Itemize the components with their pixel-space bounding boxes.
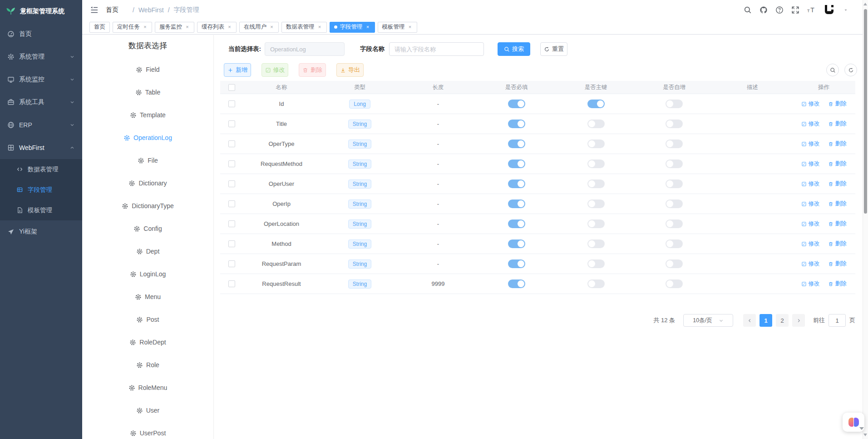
row-checkbox[interactable]	[228, 240, 235, 247]
page-button-1[interactable]: 1	[760, 314, 772, 327]
row-checkbox[interactable]	[228, 160, 235, 167]
auto-increment-switch[interactable]	[666, 180, 683, 188]
tab-6[interactable]: 字段管理×	[330, 22, 375, 33]
chevron-down-icon[interactable]	[843, 8, 848, 12]
row-edit-button[interactable]: 修改	[801, 200, 820, 208]
close-icon[interactable]: ×	[185, 25, 190, 30]
row-checkbox[interactable]	[228, 200, 235, 207]
search-icon[interactable]	[744, 6, 752, 14]
tree-item-file[interactable]: File	[82, 149, 213, 172]
reset-button[interactable]: 重置	[540, 42, 567, 56]
tree-item-userpost[interactable]: UserPost	[82, 422, 213, 439]
auto-increment-switch[interactable]	[666, 200, 683, 208]
page-button-2[interactable]: 2	[776, 314, 789, 327]
required-switch[interactable]	[508, 140, 525, 148]
row-delete-button[interactable]: 删除	[828, 240, 847, 248]
table-search-button[interactable]	[826, 64, 839, 76]
primary-key-switch[interactable]	[587, 180, 605, 188]
prev-page-button[interactable]	[743, 314, 756, 327]
page-size-select[interactable]: 10条/页	[683, 314, 733, 327]
scroll-down-arrow[interactable]	[863, 434, 867, 436]
row-delete-button[interactable]: 删除	[828, 180, 847, 188]
primary-key-switch[interactable]	[587, 239, 605, 248]
sidebar-item-field-management[interactable]: 字段管理	[0, 180, 82, 200]
tree-item-dictionarytype[interactable]: DictionaryType	[82, 195, 213, 217]
auto-increment-switch[interactable]	[666, 279, 683, 288]
auto-increment-switch[interactable]	[666, 239, 683, 248]
close-icon[interactable]: ×	[408, 25, 413, 30]
auto-increment-switch[interactable]	[666, 140, 683, 148]
sidebar-item-erp[interactable]: ERP	[0, 114, 82, 136]
required-switch[interactable]	[508, 259, 525, 268]
sidebar-item-home[interactable]: 首页	[0, 23, 82, 45]
delete-button[interactable]: 删除	[299, 63, 326, 77]
tab-2[interactable]: 服务监控×	[155, 22, 194, 33]
tree-item-dept[interactable]: Dept	[82, 240, 213, 263]
row-edit-button[interactable]: 修改	[801, 220, 820, 228]
auto-increment-switch[interactable]	[666, 259, 683, 268]
required-switch[interactable]	[508, 220, 525, 228]
sidebar-item-webfirst[interactable]: WebFirst	[0, 136, 82, 159]
font-size-icon[interactable]: TT	[807, 6, 815, 14]
sidebar-item-system-tools[interactable]: 系统工具	[0, 91, 82, 114]
tab-1[interactable]: 定时任务×	[113, 22, 152, 33]
primary-key-switch[interactable]	[587, 220, 605, 228]
row-edit-button[interactable]: 修改	[801, 120, 820, 128]
tree-item-roledept[interactable]: RoleDept	[82, 331, 213, 354]
row-edit-button[interactable]: 修改	[801, 100, 820, 108]
row-checkbox[interactable]	[228, 220, 235, 227]
close-icon[interactable]: ×	[143, 25, 148, 30]
required-switch[interactable]	[508, 239, 525, 248]
sidebar-item-yi-framework[interactable]: Yi框架	[0, 220, 82, 243]
add-button[interactable]: 新增	[224, 63, 251, 77]
tree-item-dictionary[interactable]: Dictionary	[82, 172, 213, 195]
primary-key-switch[interactable]	[587, 279, 605, 288]
required-switch[interactable]	[508, 120, 525, 128]
close-icon[interactable]: ×	[269, 25, 274, 30]
auto-increment-switch[interactable]	[666, 100, 683, 108]
help-icon[interactable]	[775, 6, 784, 14]
sidebar-collapse-icon[interactable]	[89, 5, 99, 15]
row-edit-button[interactable]: 修改	[801, 140, 820, 148]
search-button[interactable]: 搜索	[498, 42, 530, 56]
scrollbar-thumb[interactable]	[864, 9, 867, 214]
tree-item-user[interactable]: User	[82, 399, 213, 422]
row-delete-button[interactable]: 删除	[828, 280, 847, 288]
user-avatar-logo[interactable]	[823, 4, 836, 16]
tree-item-template[interactable]: Template	[82, 104, 213, 126]
goto-page-input[interactable]	[829, 314, 846, 327]
tree-item-config[interactable]: Config	[82, 217, 213, 240]
row-checkbox[interactable]	[228, 120, 235, 127]
row-edit-button[interactable]: 修改	[801, 180, 820, 188]
close-icon[interactable]: ×	[317, 25, 322, 30]
row-delete-button[interactable]: 删除	[828, 160, 847, 168]
required-switch[interactable]	[508, 200, 525, 208]
export-button[interactable]: 导出	[336, 63, 364, 77]
required-switch[interactable]	[508, 160, 525, 168]
sidebar-item-data-table-management[interactable]: 数据表管理	[0, 159, 82, 180]
sidebar-item-system-monitor[interactable]: 系统监控	[0, 68, 82, 91]
scroll-up-arrow[interactable]	[863, 3, 867, 5]
primary-key-switch[interactable]	[587, 140, 605, 148]
row-checkbox[interactable]	[228, 100, 235, 107]
next-page-button[interactable]	[792, 314, 805, 327]
primary-key-switch[interactable]	[587, 120, 605, 128]
row-edit-button[interactable]: 修改	[801, 280, 820, 288]
tree-item-role[interactable]: Role	[82, 354, 213, 376]
select-all-checkbox[interactable]	[228, 84, 235, 91]
tab-3[interactable]: 缓存列表×	[197, 22, 237, 33]
row-checkbox[interactable]	[228, 140, 235, 147]
tree-item-field[interactable]: Field	[82, 58, 213, 81]
auto-increment-switch[interactable]	[666, 160, 683, 168]
row-delete-button[interactable]: 删除	[828, 140, 847, 148]
primary-key-switch[interactable]	[587, 160, 605, 168]
primary-key-switch[interactable]	[587, 259, 605, 268]
required-switch[interactable]	[508, 279, 525, 288]
sidebar-item-system-management[interactable]: 系统管理	[0, 45, 82, 68]
tab-5[interactable]: 数据表管理×	[281, 22, 327, 33]
required-switch[interactable]	[508, 100, 525, 108]
tree-item-table[interactable]: Table	[82, 81, 213, 104]
row-edit-button[interactable]: 修改	[801, 160, 820, 168]
tree-item-menu[interactable]: Menu	[82, 285, 213, 308]
edit-button[interactable]: 修改	[261, 63, 288, 77]
